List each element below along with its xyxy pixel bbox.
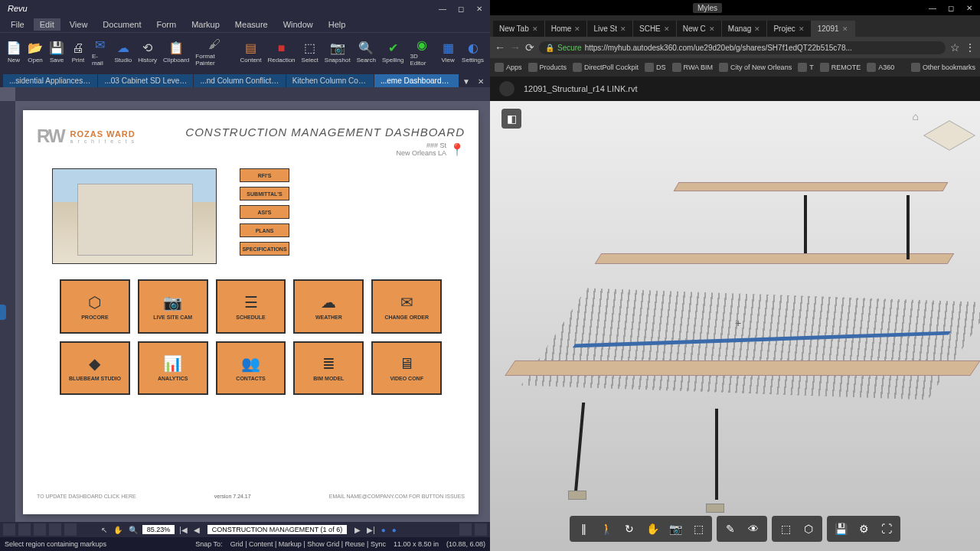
menu-edit[interactable]: Edit [34, 18, 60, 31]
doc-tab-2[interactable]: ...nd Column Conflict _1_ [194, 74, 285, 87]
tool-view[interactable]: ▦View [439, 39, 457, 65]
chrome-maximize[interactable]: ◻ [943, 2, 959, 13]
viewer-tool-3[interactable]: ✋ [642, 519, 663, 539]
doc-tab-0[interactable]: ...sidential Appliances PD* [3, 74, 97, 87]
view-mode-2[interactable] [18, 523, 31, 536]
card-contacts[interactable]: 👥CONTACTS [216, 341, 286, 396]
browser-tab-2[interactable]: Live St✕ [587, 21, 633, 37]
tab-dropdown-icon[interactable]: ▼ [459, 76, 473, 87]
card-schedule[interactable]: ☰SCHEDULE [216, 279, 286, 334]
card-bim-model[interactable]: ≣BIM MODEL [293, 341, 364, 396]
browser-tab-5[interactable]: Manag✕ [722, 21, 768, 37]
page-indicator[interactable]: CONSTRUCTION MANAGEMENT (1 of 6) [207, 525, 347, 534]
browser-tab-4[interactable]: New C✕ [677, 21, 722, 37]
bookmark-t[interactable]: T [798, 63, 814, 72]
reload-button[interactable]: ⟳ [525, 41, 534, 54]
bookmark-directpoll-cockpit[interactable]: DirectPoll Cockpit [573, 63, 639, 72]
prev-page-icon[interactable]: ◀ [192, 526, 201, 534]
card-live-site-cam[interactable]: 📷LIVE SITE CAM [138, 279, 208, 334]
link-rfis[interactable]: RFI'S [240, 168, 289, 182]
link-asis[interactable]: ASI'S [240, 205, 289, 219]
other-bookmarks[interactable]: Other bookmarks [911, 63, 975, 72]
tool-e-mail[interactable]: ✉E-mail [90, 35, 110, 68]
viewer-tool-12[interactable]: ⛶ [876, 519, 897, 539]
email-link[interactable]: EMAIL NAME@COMPANY.COM FOR BUTTON ISSUES [329, 494, 465, 499]
view-mode-5[interactable] [64, 523, 77, 536]
tool-history[interactable]: ⟲History [136, 39, 158, 65]
menu-document[interactable]: Document [96, 18, 147, 31]
url-field[interactable]: 🔒 Secure https://myhub.autodesk360.com/u… [539, 41, 946, 54]
chrome-close[interactable]: ✕ [962, 2, 977, 13]
viewer-tool-6[interactable]: ✎ [720, 519, 741, 539]
card-video-conf[interactable]: 🖥VIDEO CONF [371, 341, 442, 396]
pointer-tool-icon[interactable]: ↖ [100, 526, 109, 534]
forward-button[interactable]: → [510, 41, 521, 54]
tool-clipboard[interactable]: 📋Clipboard [162, 39, 191, 65]
viewer-tool-7[interactable]: 👁 [743, 519, 764, 539]
tab-close-icon[interactable]: ✕ [620, 25, 626, 33]
tool-search[interactable]: 🔍Search [355, 39, 377, 65]
card-bluebeam-studio[interactable]: ◆BLUEBEAM STUDIO [60, 341, 130, 396]
view-mode-4[interactable] [49, 523, 61, 536]
bookmark-ds[interactable]: DS [645, 63, 666, 72]
bookmark-a360[interactable]: A360 [867, 63, 894, 72]
tool-snapshot[interactable]: 📷Snapshot [323, 39, 352, 65]
chrome-profile[interactable]: Myles [693, 3, 722, 13]
card-weather[interactable]: ☁WEATHER [293, 279, 364, 334]
doc-tab-4[interactable]: ...eme Dashboards_LI* [374, 74, 459, 87]
tool-studio[interactable]: ☁Studio [113, 39, 134, 65]
doc-tab-1[interactable]: ...03 Cabinet SD Level 2-5 [98, 74, 193, 87]
view-cube[interactable] [930, 116, 969, 155]
tool-open[interactable]: 📂Open [26, 39, 44, 65]
viewer-tool-1[interactable]: 🚶 [596, 519, 617, 539]
tool-format-painter[interactable]: 🖌Format Painter [194, 35, 235, 68]
minimize-button[interactable]: — [435, 3, 450, 14]
card-procore[interactable]: ⬡PROCORE [60, 279, 130, 334]
menu-help[interactable]: Help [322, 18, 352, 31]
zoom-tool-icon[interactable]: 🔍 [127, 526, 139, 534]
browser-tab-0[interactable]: New Tab✕ [493, 21, 545, 37]
tool-spelling[interactable]: ✔Spelling [381, 39, 405, 65]
tab-close-icon[interactable]: ✕ [475, 76, 487, 87]
viewer-tool-2[interactable]: ↻ [619, 519, 640, 539]
browser-tab-1[interactable]: Home✕ [545, 21, 588, 37]
panel-handle-left[interactable] [0, 305, 6, 320]
home-view-icon[interactable]: ⌂ [913, 110, 919, 122]
link-specifications[interactable]: SPECIFICATIONS [240, 242, 289, 256]
card-analytics[interactable]: 📊ANALYTICS [138, 341, 208, 396]
autodesk-logo-icon[interactable] [499, 81, 514, 96]
zoom-level[interactable]: 85.23% [142, 525, 175, 534]
tab-close-icon[interactable]: ✕ [574, 25, 580, 33]
last-page-icon[interactable]: ▶| [365, 526, 377, 534]
3d-viewport[interactable]: ◧ ⌂ + ‖🚶↻✋📷⬚✎👁⬚⬡💾⚙⛶ [490, 101, 980, 551]
card-change-order[interactable]: ✉CHANGE ORDER [371, 279, 442, 334]
viewer-tool-0[interactable]: ‖ [573, 519, 594, 539]
tab-close-icon[interactable]: ✕ [709, 25, 715, 33]
viewer-tool-5[interactable]: ⬚ [688, 519, 709, 539]
link-submittals[interactable]: SUBMITTAL'S [240, 187, 289, 201]
tool-content[interactable]: ▤Content [239, 39, 263, 65]
tool-redaction[interactable]: ■Redaction [266, 39, 297, 65]
viewer-tool-9[interactable]: ⬡ [798, 519, 819, 539]
model-browser-icon[interactable]: ◧ [501, 109, 521, 129]
menu-window[interactable]: Window [277, 18, 319, 31]
viewer-tool-4[interactable]: 📷 [665, 519, 686, 539]
menu-form[interactable]: Form [151, 18, 183, 31]
tab-close-icon[interactable]: ✕ [754, 25, 760, 33]
browser-tab-6[interactable]: Projec✕ [767, 21, 811, 37]
view-mode-3[interactable] [34, 523, 46, 536]
next-page-icon[interactable]: ▶ [353, 526, 362, 534]
menu-view[interactable]: View [64, 18, 94, 31]
doc-tab-3[interactable]: Kitchen Column Conflict [286, 74, 374, 87]
chrome-minimize[interactable]: — [925, 2, 940, 13]
map-pin-icon[interactable]: 📍 [449, 142, 465, 157]
dimmer-icon[interactable] [459, 523, 472, 536]
close-button[interactable]: ✕ [472, 3, 487, 14]
browser-tab-7[interactable]: 12091✕ [812, 21, 855, 37]
highlight-icon[interactable] [475, 523, 487, 536]
tab-close-icon[interactable]: ✕ [842, 25, 848, 33]
tool-3d-editor[interactable]: ◉3D Editor [408, 35, 436, 68]
bookmark-remote[interactable]: REMOTE [820, 63, 861, 72]
bookmark-city-of-new-orleans[interactable]: City of New Orleans [719, 63, 792, 72]
tool-select[interactable]: ⬚Select [300, 39, 320, 65]
